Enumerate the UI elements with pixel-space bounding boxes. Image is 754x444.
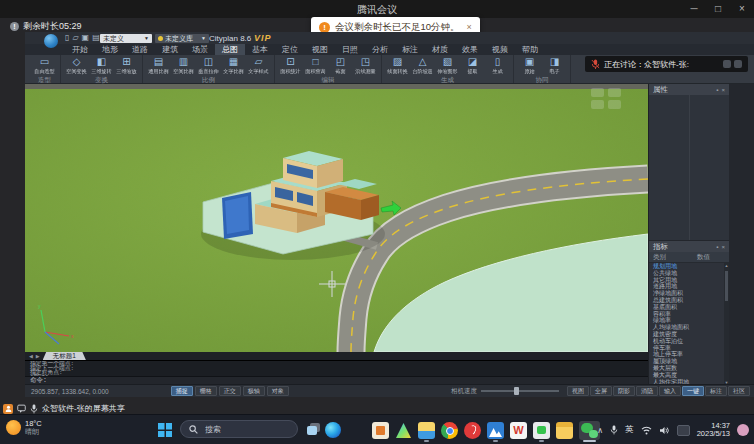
toggle-对象[interactable]: 对象 xyxy=(267,386,289,396)
indicator-row[interactable]: 总建筑面积 xyxy=(649,297,729,304)
wps-office-icon[interactable]: W xyxy=(510,422,527,439)
open-file-icon[interactable]: ▱ xyxy=(72,33,78,43)
toggle-正交[interactable]: 正交 xyxy=(219,386,241,396)
save-as-icon[interactable]: ▤ xyxy=(92,33,100,43)
layer-combo[interactable]: 未定义库 ▼ xyxy=(155,34,209,43)
save-icon[interactable]: ▣ xyxy=(82,33,90,43)
edge-browser-icon[interactable] xyxy=(325,422,341,438)
ribbon-tab-场景[interactable]: 场景 xyxy=(185,44,215,55)
ribbon-button-台阶坡道[interactable]: △台阶坡道 xyxy=(410,56,435,75)
indicator-row[interactable]: 屋顶绿地 xyxy=(649,358,729,365)
toast-close-icon[interactable]: × xyxy=(467,22,472,32)
command-prompt[interactable]: 命令: xyxy=(25,376,648,384)
ribbon-button-原始[interactable]: ▣原始 xyxy=(517,56,542,75)
ribbon-tab-效果[interactable]: 效果 xyxy=(455,44,485,55)
ribbon-button-线面转换[interactable]: ▨线面转换 xyxy=(385,56,410,75)
indicator-row[interactable]: 停车率 xyxy=(649,345,729,352)
music-app-icon[interactable] xyxy=(464,422,481,439)
view-button-消隐[interactable]: 消隐 xyxy=(636,386,658,396)
drawing-tab-untitled[interactable]: 无标题1 xyxy=(43,352,86,360)
style-combo[interactable]: 未定义 ▼ xyxy=(100,34,152,43)
indicator-row[interactable]: 道路用地 xyxy=(649,283,729,290)
indicator-row[interactable]: 基底面积 xyxy=(649,304,729,311)
indicator-row[interactable]: 最大层数 xyxy=(649,365,729,372)
minimize-button[interactable]: ─ xyxy=(688,2,700,16)
microphone-icon[interactable] xyxy=(30,404,38,414)
ribbon-button-沿线测量[interactable]: ◳沿线测量 xyxy=(353,56,378,75)
indicator-row[interactable]: 公共绿地 xyxy=(649,270,729,277)
wechat-icon[interactable] xyxy=(581,422,598,439)
ribbon-button-文字样式[interactable]: ▱文字样式 xyxy=(246,56,271,75)
view-button-输入[interactable]: 输入 xyxy=(659,386,681,396)
indicator-row[interactable]: 建筑密度 xyxy=(649,331,729,338)
pin-icon[interactable]: ▪ xyxy=(716,244,718,250)
ribbon-button-生成[interactable]: ▯生成 xyxy=(485,56,510,75)
view-button-全屏[interactable]: 全屏 xyxy=(590,386,612,396)
camera-speed-slider[interactable] xyxy=(481,390,559,392)
command-history[interactable]: 指定第一个端点:指定下一个端点:指定对角点:*取消* xyxy=(25,360,648,376)
ribbon-tab-道路[interactable]: 道路 xyxy=(125,44,155,55)
tray-microphone-icon[interactable] xyxy=(610,425,618,435)
chat-app-icon[interactable] xyxy=(533,422,550,439)
indicator-row[interactable]: 人均绿地面积 xyxy=(649,324,729,331)
view-button-社区[interactable]: 社区 xyxy=(728,386,750,396)
indicator-row[interactable]: 容积率 xyxy=(649,311,729,318)
ribbon-button-电子[interactable]: ◨电子 xyxy=(542,56,567,75)
ribbon-button-空间变换[interactable]: ◇空间变换 xyxy=(64,56,89,75)
ribbon-tab-开始[interactable]: 开始 xyxy=(65,44,95,55)
view-button-视图[interactable]: 视图 xyxy=(567,386,589,396)
folder-icon[interactable] xyxy=(556,422,573,439)
view-button-阴影[interactable]: 阴影 xyxy=(613,386,635,396)
ribbon-button-截面[interactable]: ◰截面 xyxy=(328,56,353,75)
input-method-indicator[interactable]: 英 xyxy=(625,424,634,436)
reaction-icon[interactable] xyxy=(723,60,731,68)
app-logo[interactable] xyxy=(44,34,58,48)
view-button-标注[interactable]: 标注 xyxy=(705,386,727,396)
indicator-row[interactable]: 其它用地 xyxy=(649,277,729,284)
task-view-button[interactable] xyxy=(307,423,321,436)
ribbon-button-三维缩放[interactable]: ⊞三维缩放 xyxy=(114,56,139,75)
tab-scroll-right-icon[interactable]: ▶ xyxy=(36,352,40,360)
ribbon-tab-标注[interactable]: 标注 xyxy=(395,44,425,55)
ribbon-button-文字比例[interactable]: ▦文字比例 xyxy=(221,56,246,75)
triangle-app-icon[interactable] xyxy=(395,422,412,439)
ribbon-tab-建筑[interactable]: 建筑 xyxy=(155,44,185,55)
ribbon-button-空间比例[interactable]: ▥空间比例 xyxy=(171,56,196,75)
ribbon-button-提取[interactable]: ◪提取 xyxy=(460,56,485,75)
ribbon-tab-基本[interactable]: 基本 xyxy=(245,44,275,55)
taskbar-search[interactable] xyxy=(180,420,298,438)
ribbon-tab-日照[interactable]: 日照 xyxy=(335,44,365,55)
viewport-3d-scene[interactable]: x y xyxy=(25,84,648,352)
ribbon-tab-视频[interactable]: 视频 xyxy=(485,44,515,55)
toggle-捕捉[interactable]: 捕捉 xyxy=(171,386,193,396)
toggle-极轴[interactable]: 极轴 xyxy=(243,386,265,396)
ribbon-button-自由造型[interactable]: ▭自由造型 xyxy=(32,56,57,75)
chrome-icon[interactable] xyxy=(441,422,458,439)
file-explorer-icon[interactable] xyxy=(418,422,435,439)
ribbon-button-面积统计[interactable]: ⊡面积统计 xyxy=(278,56,303,75)
toggle-栅格[interactable]: 栅格 xyxy=(195,386,217,396)
tray-clock[interactable]: 14:37 2023/5/13 xyxy=(697,422,730,439)
ribbon-tab-定位[interactable]: 定位 xyxy=(275,44,305,55)
scroll-thumb[interactable] xyxy=(725,271,728,301)
properties-panel-header[interactable]: 属性 ▪ × xyxy=(649,84,729,95)
photos-app-icon[interactable] xyxy=(487,422,504,439)
viewport[interactable]: x y xyxy=(25,84,648,352)
start-button[interactable] xyxy=(158,423,172,437)
indicator-row[interactable]: 绿地率 xyxy=(649,317,729,324)
ribbon-tab-材质[interactable]: 材质 xyxy=(425,44,455,55)
ribbon-tab-地形[interactable]: 地形 xyxy=(95,44,125,55)
indicator-row[interactable]: 机动车泊位 xyxy=(649,338,729,345)
taskbar-weather-widget[interactable]: 18°C 晴朗 xyxy=(6,419,42,436)
ribbon-button-伸缩图形[interactable]: ▧伸缩图形 xyxy=(435,56,460,75)
search-input[interactable] xyxy=(203,424,287,435)
touchpad-icon[interactable] xyxy=(677,425,690,436)
indicator-row[interactable]: 地上停车率 xyxy=(649,351,729,358)
indicator-row[interactable]: 净绿地面积 xyxy=(649,290,729,297)
ribbon-button-三维旋转[interactable]: ◧三维旋转 xyxy=(89,56,114,75)
reaction-icon[interactable] xyxy=(734,60,742,68)
close-button[interactable]: × xyxy=(736,2,748,16)
ribbon-tab-帮助[interactable]: 帮助 xyxy=(515,44,545,55)
speaker-icon[interactable] xyxy=(659,426,670,435)
ribbon-tab-分析[interactable]: 分析 xyxy=(365,44,395,55)
